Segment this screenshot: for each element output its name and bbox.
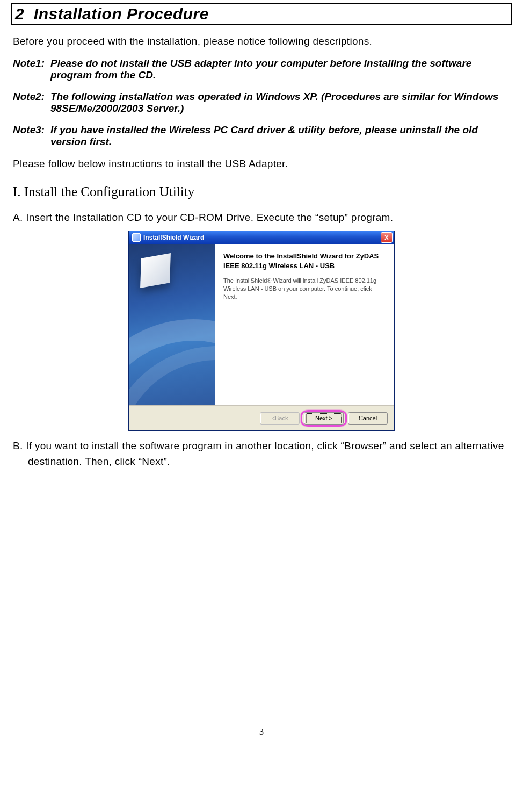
back-button: < Back (260, 412, 300, 425)
close-icon: X (384, 235, 388, 241)
wizard-heading: Welcome to the InstallShield Wizard for … (223, 251, 386, 270)
next-button-highlighted: Next > (304, 412, 344, 425)
box-graphic-icon (140, 253, 171, 288)
step-b: B. If you want to install the software p… (13, 439, 510, 469)
section-title: 2 Installation Procedure (15, 5, 209, 23)
installshield-wizard-window: InstallShield Wizard X Welcome to the In… (128, 231, 395, 431)
cancel-label: Cancel (359, 415, 377, 421)
window-titlebar[interactable]: InstallShield Wizard X (129, 231, 394, 244)
close-button[interactable]: X (381, 232, 393, 243)
note-body: The following installation was operated … (50, 91, 510, 114)
note-label: Note2: (13, 91, 50, 114)
page-number: 3 (11, 727, 512, 737)
next-underline: N (315, 415, 319, 421)
intro-paragraph: Before you proceed with the installation… (13, 35, 510, 48)
follow-paragraph: Please follow below instructions to inst… (13, 157, 510, 170)
window-title: InstallShield Wizard (143, 234, 204, 241)
cancel-button[interactable]: Cancel (348, 412, 388, 425)
wizard-body: Welcome to the InstallShield Wizard for … (129, 244, 394, 405)
note-label: Note1: (13, 58, 50, 81)
step-a: A. Insert the Installation CD to your CD… (13, 210, 510, 226)
note-3: Note3: If you have installed the Wireles… (13, 124, 510, 148)
note-2: Note2: The following installation was op… (13, 91, 510, 114)
section-number: 2 (15, 5, 24, 23)
back-underline: B (275, 415, 279, 421)
wizard-footer: < Back Next > Cancel (129, 405, 394, 430)
note-body: If you have installed the Wireless PC Ca… (50, 124, 510, 148)
app-icon (132, 233, 141, 242)
wizard-sidebar-graphic (129, 244, 215, 405)
section-name: Installation Procedure (34, 5, 209, 23)
next-suffix: ext > (319, 415, 332, 421)
note-1: Note1: Please do not install the USB ada… (13, 58, 510, 81)
note-body: Please do not install the USB adapter in… (50, 58, 510, 81)
section-heading-box: 2 Installation Procedure (11, 3, 512, 25)
wizard-description: The InstallShield® Wizard will install Z… (223, 277, 386, 301)
subsection-heading: I. Install the Configuration Utility (13, 184, 510, 199)
back-suffix: ack (279, 415, 288, 421)
note-label: Note3: (13, 124, 50, 148)
next-button[interactable]: Next > (304, 412, 344, 425)
wizard-content: Welcome to the InstallShield Wizard for … (215, 244, 394, 405)
